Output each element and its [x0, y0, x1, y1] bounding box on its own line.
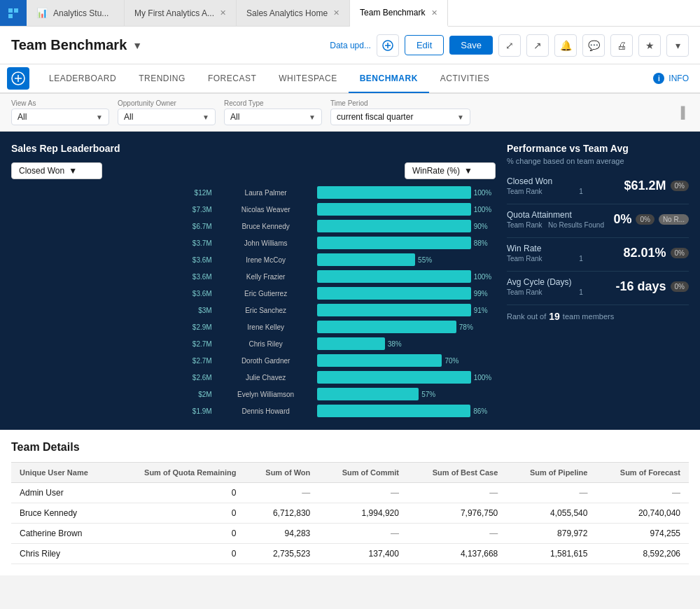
nav-tab-activities[interactable]: ACTIVITIES: [429, 64, 500, 92]
close-icon[interactable]: ✕: [431, 8, 438, 18]
info-icon: i: [653, 73, 664, 84]
tab-analytics-studio[interactable]: 📊 Analytics Stu...: [27, 0, 125, 26]
left-chart-dropdown[interactable]: Closed Won ▼: [11, 162, 102, 179]
bar-row-right: 86%: [317, 403, 496, 419]
bar-row-right: 57%: [317, 386, 496, 402]
data-update-link[interactable]: Data upd...: [330, 41, 371, 50]
bar-row-left: $2.7M: [187, 353, 215, 368]
right-chart-dropdown[interactable]: WinRate (%) ▼: [405, 162, 496, 179]
svg-rect-3: [14, 14, 18, 18]
bar-name-label: Nicolas Weaver: [220, 202, 312, 217]
share-button[interactable]: ↗: [526, 34, 549, 57]
browser-tab-bar: 📊 Analytics Stu... My First Analytics A.…: [0, 0, 700, 27]
bar-name-label: Bruce Kennedy: [220, 218, 312, 234]
filter-opportunity-owner: Opportunity Owner All ▼: [118, 99, 216, 125]
fullscreen-button[interactable]: ⤢: [498, 34, 521, 57]
chevron-down-icon: ▼: [457, 113, 464, 121]
filters-scroll-indicator[interactable]: ▌: [681, 106, 689, 119]
close-icon[interactable]: ✕: [220, 8, 226, 18]
filter-record-type-select[interactable]: All ▼: [224, 108, 322, 125]
bar-name-label: Julie Chavez: [220, 370, 312, 385]
filter-time-period-select[interactable]: current fiscal quarter ▼: [330, 108, 470, 125]
edit-button[interactable]: Edit: [405, 35, 444, 55]
perf-quota-attainment: Quota Attainment Team Rank No Results Fo…: [507, 210, 689, 229]
tab-sales-analytics-home[interactable]: Sales Analytics Home ✕: [237, 0, 350, 26]
col-unique-user-name: Unique User Name: [11, 463, 114, 483]
svg-rect-1: [14, 8, 18, 13]
filters-bar: View As All ▼ Opportunity Owner All ▼ Re…: [0, 94, 700, 132]
more-button[interactable]: ▾: [666, 34, 689, 57]
table-row: Bruce Kennedy06,712,8301,994,9207,976,75…: [11, 503, 689, 524]
chevron-down-icon: ▼: [96, 113, 103, 121]
bar-name-label: Chris Riley: [220, 336, 312, 351]
nav-tab-leaderboard[interactable]: LEADERBOARD: [38, 64, 127, 92]
bar-name-label: Doroth Gardner: [220, 353, 312, 368]
filter-opportunity-owner-select[interactable]: All ▼: [118, 108, 216, 125]
bar-row-right: 88%: [317, 235, 496, 251]
filter-view-as: View As All ▼: [11, 99, 109, 125]
col-sum-commit: Sum of Commit: [318, 463, 407, 483]
bar-row-right: 78%: [317, 319, 496, 335]
nav-tab-trending[interactable]: TRENDING: [127, 64, 197, 92]
bar-row-left: $3.6M: [187, 269, 215, 284]
info-button[interactable]: i INFO: [653, 73, 689, 84]
bar-row-right: 90%: [317, 218, 496, 234]
dashboard: Sales Rep Leaderboard Closed Won ▼ WinRa…: [0, 132, 700, 609]
nav-tab-whitespace[interactable]: WHITESPACE: [267, 64, 348, 92]
bar-row-right: 100%: [317, 202, 496, 217]
nav-tab-forecast[interactable]: FORECAST: [197, 64, 267, 92]
performance-panel: Performance vs Team Avg % change based o…: [507, 143, 689, 419]
chevron-down-icon: ▼: [69, 166, 77, 176]
leaderboard-title: Sales Rep Leaderboard: [11, 143, 496, 154]
bar-row-left: $1.9M: [187, 403, 215, 419]
bell-button[interactable]: 🔔: [554, 34, 577, 57]
team-details-table: Unique User Name Sum of Quota Remaining …: [11, 462, 689, 564]
chevron-down-icon: ▼: [202, 113, 209, 121]
bar-name-label: Irene McCoy: [220, 252, 312, 267]
bar-row-right: 99%: [317, 286, 496, 301]
team-details-section: Team Details Unique User Name Sum of Quo…: [0, 430, 700, 575]
nav-tab-benchmark[interactable]: BENCHMARK: [349, 65, 429, 93]
bar-name-label: Evelyn Williamson: [220, 386, 312, 402]
title-dropdown-arrow[interactable]: ▼: [132, 40, 142, 51]
bar-row-right: 100%: [317, 370, 496, 385]
bar-row-left: $3.6M: [187, 286, 215, 301]
table-row: Chris Riley02,735,523137,4004,137,6681,5…: [11, 544, 689, 564]
col-sum-won: Sum of Won: [244, 463, 318, 483]
filter-view-as-select[interactable]: All ▼: [11, 108, 109, 125]
bar-name-label: Eric Sanchez: [220, 302, 312, 318]
bar-name-label: Dennis Howard: [220, 403, 312, 419]
bar-row-left: $2.7M: [187, 336, 215, 351]
app-header: Team Benchmark ▼ Data upd... Edit Save ⤢…: [0, 27, 700, 64]
col-sum-forecast: Sum of Forecast: [596, 463, 689, 483]
bar-row-left: $3.7M: [187, 235, 215, 251]
save-button[interactable]: Save: [449, 36, 493, 55]
bar-row-left: $6.7M: [187, 218, 215, 234]
bar-row-left: $7.3M: [187, 202, 215, 217]
svg-rect-2: [8, 14, 13, 18]
print-button[interactable]: 🖨: [610, 34, 633, 57]
bar-name-label: Irene Kelley: [220, 319, 312, 335]
tab-my-first-analytics[interactable]: My First Analytics A... ✕: [125, 0, 237, 26]
bar-row-left: $2.9M: [187, 319, 215, 335]
bar-row-right: 100%: [317, 269, 496, 284]
bar-row-right: 38%: [317, 336, 496, 351]
leaderboard-section: Sales Rep Leaderboard Closed Won ▼ WinRa…: [11, 143, 496, 419]
tab-label: Analytics Stu...: [53, 8, 108, 18]
magic-icon-button[interactable]: [377, 34, 399, 57]
star-button[interactable]: ★: [638, 34, 661, 57]
chat-button[interactable]: 💬: [582, 34, 605, 57]
bar-row-right: 91%: [317, 302, 496, 318]
tab-label: Team Benchmark: [360, 8, 425, 18]
browser-icon: [0, 0, 27, 26]
bar-row-left: $3.6M: [187, 252, 215, 267]
chart-area: Sales Rep Leaderboard Closed Won ▼ WinRa…: [0, 132, 700, 430]
bar-name-label: Eric Gutierrez: [220, 286, 312, 301]
nav-logo: [7, 67, 29, 90]
close-icon[interactable]: ✕: [333, 8, 340, 18]
tab-label: My First Analytics A...: [134, 8, 214, 18]
tab-team-benchmark[interactable]: Team Benchmark ✕: [350, 0, 448, 27]
bar-name-label: Laura Palmer: [220, 185, 312, 200]
bar-row-right: 55%: [317, 252, 496, 267]
bar-row-left: $2M: [187, 386, 215, 402]
